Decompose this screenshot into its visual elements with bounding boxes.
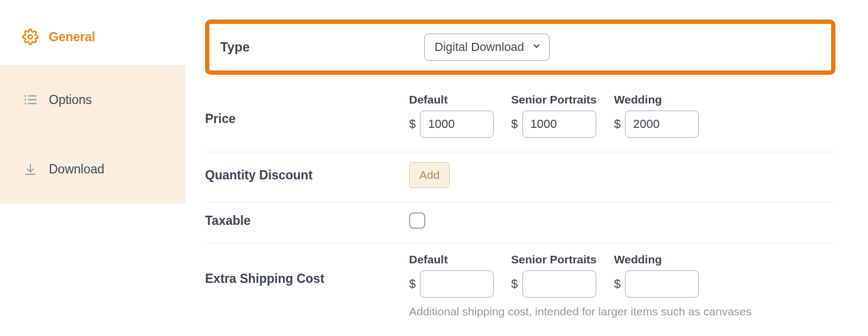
- sidebar-item-label: Options: [49, 93, 92, 107]
- add-discount-button[interactable]: Add: [409, 162, 450, 188]
- list-icon: [22, 91, 39, 108]
- price-col-head-senior: Senior Portraits: [511, 93, 597, 106]
- extra-shipping-columns: Default $ Senior Portraits $: [409, 253, 752, 298]
- gear-icon: [22, 28, 39, 46]
- price-col-head-wedding: Wedding: [614, 93, 699, 106]
- taxable-label: Taxable: [205, 214, 409, 228]
- price-col-head-default: Default: [409, 93, 494, 106]
- taxable-row: Taxable: [205, 203, 835, 243]
- sidebar-item-label: Download: [49, 162, 104, 177]
- currency-symbol: $: [614, 277, 621, 291]
- svg-point-2: [24, 99, 26, 100]
- sidebar-group: Options Download: [0, 65, 186, 204]
- price-label: Price: [205, 93, 409, 126]
- ship-col-head-wedding: Wedding: [614, 253, 699, 266]
- currency-symbol: $: [614, 117, 621, 131]
- ship-input-default[interactable]: [420, 270, 494, 298]
- ship-col-head-default: Default: [409, 253, 494, 266]
- chevron-down-icon: [532, 40, 541, 54]
- type-highlight: Type Digital Download: [205, 20, 835, 75]
- extra-shipping-label: Extra Shipping Cost: [205, 253, 409, 286]
- ship-input-wedding[interactable]: [625, 270, 699, 298]
- svg-point-1: [24, 95, 26, 96]
- extra-shipping-hint: Additional shipping cost, intended for l…: [409, 305, 752, 318]
- extra-shipping-row: Extra Shipping Cost Default $ Senior Por…: [205, 243, 835, 332]
- svg-point-0: [28, 35, 33, 39]
- svg-point-3: [24, 102, 26, 104]
- settings-panel: Type Digital Download Price Default: [186, 0, 868, 336]
- price-columns: Default $ Senior Portraits $ Wedding: [409, 93, 699, 138]
- download-icon: [22, 161, 39, 178]
- currency-symbol: $: [511, 277, 518, 291]
- type-select-value: Digital Download: [435, 40, 524, 54]
- sidebar-item-label: General: [49, 30, 95, 44]
- taxable-checkbox[interactable]: [409, 212, 425, 229]
- sidebar-item-download[interactable]: Download: [0, 134, 186, 204]
- sidebar-item-general[interactable]: General: [0, 17, 186, 65]
- price-row: Price Default $ Senior Portraits $: [205, 83, 835, 152]
- price-input-wedding[interactable]: [625, 111, 699, 138]
- currency-symbol: $: [511, 117, 518, 131]
- sidebar-item-options[interactable]: Options: [0, 65, 186, 134]
- price-input-default[interactable]: [420, 111, 494, 138]
- price-input-senior[interactable]: [522, 111, 596, 138]
- quantity-discount-row: Quantity Discount Add: [205, 152, 835, 203]
- sidebar: General Options: [0, 0, 186, 336]
- ship-col-head-senior: Senior Portraits: [511, 253, 597, 266]
- type-label: Type: [220, 40, 424, 55]
- quantity-discount-label: Quantity Discount: [205, 168, 409, 183]
- currency-symbol: $: [409, 117, 416, 131]
- type-select[interactable]: Digital Download: [424, 34, 550, 61]
- currency-symbol: $: [409, 277, 416, 291]
- ship-input-senior[interactable]: [522, 270, 596, 298]
